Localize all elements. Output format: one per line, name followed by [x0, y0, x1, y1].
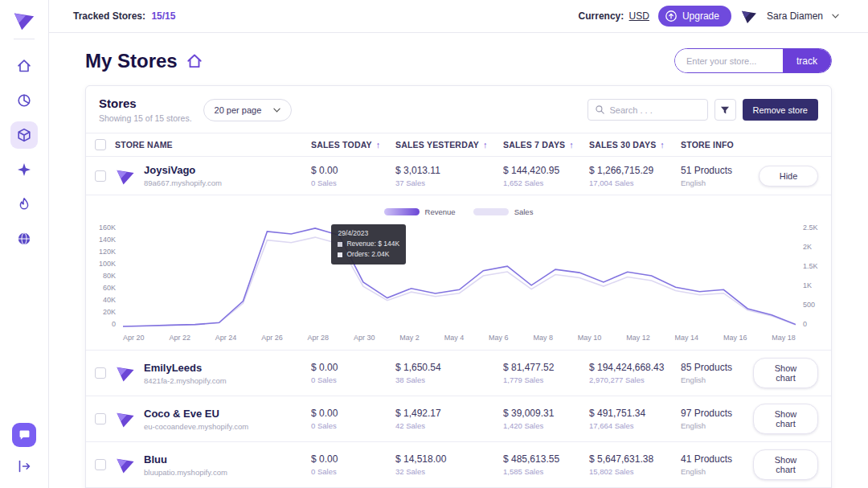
page-head: My Stores track [85, 48, 832, 73]
store-domain: bluupatio.myshopify.com [144, 468, 227, 477]
legend-sales[interactable]: Sales [473, 207, 534, 216]
revenue-swatch-icon [384, 208, 420, 215]
upgrade-label: Upgrade [682, 10, 719, 22]
store-domain: eu-cocoandeve.myshopify.com [144, 422, 248, 431]
sort-asc-icon[interactable]: ↑ [483, 140, 488, 150]
stores-card: Stores Showing 15 of 15 stores. 20 per p… [85, 85, 832, 488]
sales-7-days-value: $ 485,613.55 [503, 453, 589, 465]
sort-asc-icon[interactable]: ↑ [660, 140, 665, 150]
store-logo-icon [115, 166, 136, 187]
chevron-down-icon[interactable] [832, 14, 839, 18]
store-products: 85 Products [681, 362, 753, 373]
currency-value[interactable]: USD [629, 10, 649, 22]
per-page-select[interactable]: 20 per page [203, 99, 293, 121]
store-name[interactable]: EmilyLeeds [144, 362, 227, 374]
search-icon [595, 105, 605, 115]
account-logo-icon [740, 7, 758, 25]
sales-7-days-count: 1,420 Sales [503, 421, 589, 430]
chat-launcher-button[interactable] [12, 423, 36, 447]
sales-7-days-value: $ 81,477.52 [503, 362, 589, 373]
sales-30-days-value: $ 1,266,715.29 [589, 165, 681, 176]
track-button[interactable]: track [783, 49, 831, 72]
select-all-checkbox[interactable] [95, 139, 106, 150]
user-name[interactable]: Sara Diamen [767, 10, 823, 22]
sidebar [0, 0, 49, 488]
app-root: Tracked Stores: 15/15 Currency: USD Upgr… [0, 0, 868, 488]
search-input[interactable] [610, 105, 701, 115]
store-domain: 8421fa-2.myshopify.com [144, 376, 227, 385]
col-sales-yesterday[interactable]: SALES YESTERDAY ↑ [395, 140, 503, 150]
sidebar-item-add-store[interactable] [10, 156, 38, 183]
revenue-line [123, 228, 796, 326]
sidebar-item-explore[interactable] [10, 225, 38, 252]
sales-30-days-count: 2,970,277 Sales [589, 375, 681, 384]
row-action-button[interactable]: Show chart [753, 449, 818, 480]
row-checkbox[interactable] [95, 413, 106, 424]
sort-asc-icon[interactable]: ↑ [569, 140, 574, 150]
per-page-label: 20 per page [215, 105, 262, 115]
row-checkbox[interactable] [95, 367, 106, 379]
row-checkbox[interactable] [95, 170, 106, 182]
logout-button[interactable] [16, 458, 32, 477]
store-language: English [681, 421, 753, 430]
row-checkbox[interactable] [95, 459, 106, 470]
row-action-button[interactable]: Show chart [753, 358, 818, 388]
sales-today-value: $ 0.00 [311, 165, 395, 176]
track-store-input[interactable] [675, 49, 783, 72]
sales-7-days-value: $ 144,420.95 [503, 165, 589, 176]
chart-svg [123, 223, 796, 328]
store-language: English [681, 178, 753, 187]
remove-store-button[interactable]: Remove store [743, 99, 818, 121]
logout-icon [16, 458, 32, 474]
sales-7-days-value: $ 39,009.31 [503, 408, 589, 419]
upgrade-button[interactable]: Upgrade [658, 6, 731, 27]
topbar: Tracked Stores: 15/15 Currency: USD Upgr… [49, 0, 868, 33]
legend-sales-label: Sales [514, 207, 534, 216]
col-sales-7-days[interactable]: SALES 7 DAYS ↑ [503, 140, 589, 150]
sales-yesterday-value: $ 3,013.11 [395, 165, 503, 176]
currency-selector[interactable]: Currency: USD [579, 10, 649, 22]
sidebar-item-home[interactable] [10, 52, 38, 80]
col-sales-30-days[interactable]: SALES 30 DAYS ↑ [589, 140, 681, 150]
sales-30-days-value: $ 5,647,631.38 [589, 453, 681, 465]
content: My Stores track Stores Showing 15 of 15 … [49, 33, 868, 488]
store-logo-icon [115, 408, 136, 429]
sort-asc-icon[interactable]: ↑ [376, 140, 381, 150]
legend-revenue-label: Revenue [425, 207, 456, 216]
sales-30-days-count: 17,664 Sales [589, 421, 681, 430]
legend-revenue[interactable]: Revenue [384, 207, 456, 216]
row-action-button[interactable]: Show chart [753, 404, 818, 434]
chart-plot[interactable]: 29/4/2023 Revenue: $ 144K Orders: 2.04K [123, 223, 796, 328]
store-name[interactable]: Bluu [144, 453, 227, 465]
chat-bubble-icon [18, 429, 31, 442]
chart-tooltip: 29/4/2023 Revenue: $ 144K Orders: 2.04K [331, 224, 406, 265]
filter-funnel-icon [719, 105, 731, 116]
sales-today-count: 0 Sales [311, 178, 395, 187]
table-row: EmilyLeeds 8421fa-2.myshopify.com $ 0.00… [86, 351, 831, 396]
sidebar-item-trending[interactable] [10, 191, 38, 218]
sales-today-value: $ 0.00 [311, 453, 395, 465]
sales-30-days-count: 15,802 Sales [589, 467, 681, 476]
chevron-down-icon [273, 108, 280, 113]
col-sales-today[interactable]: SALES TODAY ↑ [311, 140, 395, 150]
row-action-button[interactable]: Hide [759, 166, 818, 187]
col-store-info: STORE INFO [681, 140, 753, 150]
store-name[interactable]: Coco & Eve EU [144, 408, 248, 420]
sales-today-count: 0 Sales [311, 467, 395, 476]
table-row: Bluu bluupatio.myshopify.com $ 0.00 0 Sa… [86, 442, 831, 488]
sales-7-days-count: 1,652 Sales [503, 178, 589, 187]
y-axis-right: 2.5K2K1.5K1K5000 [796, 223, 831, 328]
store-products: 51 Products [681, 165, 753, 176]
tooltip-date: 29/4/2023 [338, 228, 399, 239]
chart-row: Revenue Sales 160K140K120K100K80K60K40K2… [86, 195, 831, 351]
sales-yesterday-count: 38 Sales [395, 375, 503, 384]
sales-today-count: 0 Sales [311, 375, 395, 384]
app-logo-icon[interactable] [12, 8, 36, 32]
x-axis: Apr 20Apr 22Apr 24Apr 26Apr 28Apr 30May … [123, 334, 796, 342]
stores-card-head: Stores Showing 15 of 15 stores. 20 per p… [86, 86, 831, 133]
store-name[interactable]: JoysiVago [144, 164, 222, 176]
sidebar-item-my-stores[interactable] [10, 121, 38, 149]
filter-button[interactable] [714, 99, 736, 121]
sales-yesterday-value: $ 14,518.00 [395, 453, 503, 465]
sidebar-item-analytics[interactable] [10, 87, 38, 114]
